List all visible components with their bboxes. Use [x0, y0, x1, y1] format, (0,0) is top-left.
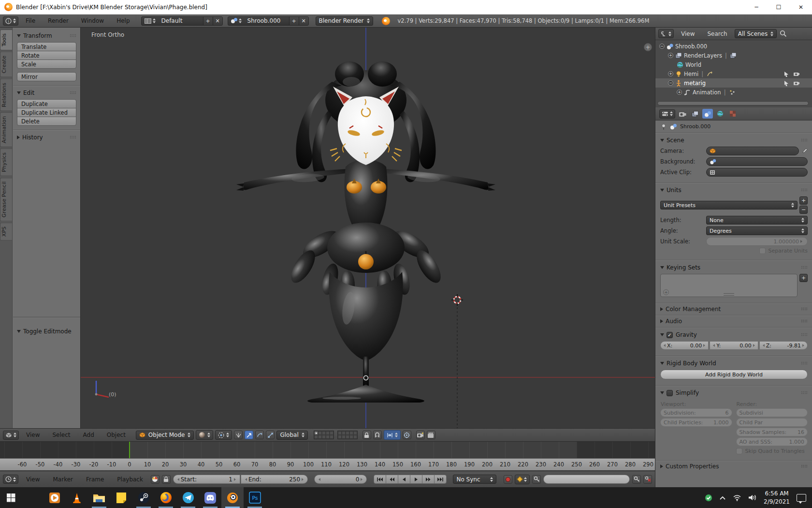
sync-dropdown[interactable]: No Sync — [453, 475, 496, 484]
snap-target-button[interactable] — [403, 431, 411, 439]
color-management-panel-header[interactable]: Color Management — [655, 303, 812, 315]
taskbar-photoshop[interactable]: Ps — [244, 487, 266, 508]
delete-button[interactable]: Delete — [17, 117, 76, 126]
scene-panel-header[interactable]: Scene — [660, 137, 808, 144]
translate-button[interactable]: Translate — [17, 42, 76, 51]
render-engine-dropdown[interactable]: Blender Render — [316, 16, 373, 26]
tray-app-icon[interactable] — [705, 494, 712, 502]
panel-grip-icon[interactable] — [801, 464, 808, 468]
insert-keyframe-button[interactable] — [632, 475, 641, 484]
pivot-point-dropdown[interactable] — [215, 430, 232, 440]
background-field[interactable] — [706, 157, 808, 166]
jump-to-start-button[interactable] — [374, 475, 386, 484]
preview-range-button[interactable] — [151, 475, 160, 484]
shadow-samples-field[interactable]: Shadow Samples:16 — [736, 428, 808, 436]
viewport-child-particles-field[interactable]: Child Particles:1.000 — [660, 418, 732, 427]
cursor-arrow-icon[interactable] — [783, 80, 789, 86]
manipulator-toggle-button[interactable] — [234, 431, 243, 439]
menu-file[interactable]: File — [20, 17, 41, 24]
scene-selector[interactable] — [228, 17, 245, 25]
gravity-checkbox[interactable]: ✓ — [667, 332, 673, 338]
snap-toggle-button[interactable] — [373, 431, 382, 439]
lock-frame-button[interactable] — [162, 475, 171, 484]
maximize-button[interactable]: ☐ — [768, 0, 790, 15]
panel-grip-icon[interactable] — [801, 333, 808, 337]
viewport-editor-type-button[interactable] — [3, 431, 19, 440]
tab-animation[interactable]: Animation — [0, 112, 12, 147]
panel-grip-icon[interactable] — [70, 135, 76, 139]
snap-element-dropdown[interactable] — [384, 430, 401, 440]
manipulator-rotate-button[interactable] — [255, 431, 264, 439]
add-scene-button[interactable]: + — [289, 17, 299, 25]
layers-grid-2[interactable] — [337, 431, 358, 439]
opengl-render-animation-button[interactable] — [427, 431, 435, 439]
unit-presets-dropdown[interactable]: Unit Presets — [660, 201, 798, 209]
properties-editor-type-button[interactable] — [659, 109, 675, 119]
simplify-checkbox[interactable] — [667, 390, 673, 396]
active-keying-set-field[interactable] — [543, 475, 630, 484]
editor-type-button[interactable]: i — [3, 16, 18, 26]
tab-physics[interactable]: Physics — [0, 149, 12, 176]
vp-menu-add[interactable]: Add — [78, 432, 100, 438]
taskbar-steam[interactable] — [132, 487, 155, 508]
panel-grip-icon[interactable] — [801, 188, 808, 192]
duplicate-linked-button[interactable]: Duplicate Linked — [17, 108, 76, 117]
outliner-menu-view[interactable]: View — [676, 30, 700, 37]
screen-layout-name[interactable]: Default — [159, 17, 203, 25]
taskbar-file-explorer[interactable] — [88, 487, 110, 508]
outliner-row-scene[interactable]: − Shroob.000 — [655, 42, 812, 51]
chevron-up-icon[interactable] — [719, 495, 726, 500]
opengl-render-button[interactable] — [416, 431, 425, 439]
skip-quad-checkbox[interactable] — [736, 448, 742, 454]
keying-sets-panel-header[interactable]: Keying Sets — [660, 264, 808, 271]
world-tab[interactable] — [715, 109, 725, 119]
taskbar-telegram[interactable] — [177, 487, 199, 508]
tab-xps[interactable]: XPS — [0, 223, 12, 240]
render-subdivision-field[interactable]: Subdivisi — [736, 408, 808, 417]
outliner-row-metarig[interactable]: − metarig — [655, 78, 812, 88]
render-layers-tab[interactable] — [690, 109, 700, 119]
delete-scene-button[interactable]: ✕ — [299, 17, 308, 25]
rigid-body-panel-header[interactable]: Rigid Body World — [660, 360, 808, 367]
panel-grip-icon[interactable] — [801, 391, 808, 395]
timeline-editor-type-button[interactable] — [3, 475, 18, 484]
minimize-button[interactable]: ─ — [745, 0, 768, 15]
manipulator-translate-button[interactable] — [245, 431, 253, 439]
delete-keyframe-button[interactable] — [643, 475, 652, 484]
mirror-button[interactable]: Mirror — [17, 72, 76, 81]
3d-model[interactable] — [236, 61, 495, 403]
outliner-horizontal-scrollbar[interactable] — [657, 101, 809, 105]
play-reverse-button[interactable] — [398, 475, 410, 484]
angle-dropdown[interactable]: Degrees — [706, 226, 808, 235]
tl-menu-playback[interactable]: Playback — [112, 476, 148, 483]
panel-grip-icon[interactable] — [801, 138, 808, 142]
transform-panel-header[interactable]: Transform — [17, 32, 76, 39]
separate-units-checkbox[interactable] — [759, 248, 766, 254]
tab-tools[interactable]: Tools — [0, 30, 12, 50]
close-button[interactable]: ✕ — [790, 0, 812, 15]
panel-grip-icon[interactable] — [70, 34, 76, 38]
length-dropdown[interactable]: None — [706, 216, 808, 224]
menu-window[interactable]: Window — [76, 17, 109, 24]
edit-panel-header[interactable]: Edit — [17, 90, 76, 96]
layers-grid-1[interactable] — [314, 431, 334, 439]
outliner-row-animation[interactable]: + Animation | — [655, 88, 812, 97]
render-visibility-icon[interactable] — [793, 80, 800, 86]
gravity-y-field[interactable]: Y:0.00 — [710, 341, 758, 350]
add-rigid-body-world-button[interactable]: Add Rigid Body World — [660, 370, 808, 379]
unit-scale-slider[interactable]: 1.000000 — [706, 237, 808, 246]
viewport-subdivision-field[interactable]: Subdivision:6 — [660, 408, 732, 417]
units-panel-header[interactable]: Units — [660, 187, 808, 194]
region-expand-icon[interactable]: + — [644, 43, 652, 51]
vp-menu-view[interactable]: View — [21, 432, 45, 438]
outliner-editor-type-button[interactable] — [658, 29, 674, 38]
eyedropper-icon[interactable] — [801, 148, 808, 155]
manipulator-scale-button[interactable] — [266, 431, 275, 439]
taskbar-clock[interactable]: 6:56 AM 2/9/2021 — [764, 490, 790, 505]
scale-button[interactable]: Scale — [17, 60, 76, 69]
taskbar-discord[interactable] — [199, 487, 221, 508]
scene-name[interactable]: Shroob.000 — [245, 17, 289, 25]
mode-dropdown[interactable]: Object Mode — [136, 431, 194, 440]
3d-viewport[interactable]: Front Ortho (0) + — [81, 28, 655, 428]
play-button[interactable] — [410, 475, 422, 484]
